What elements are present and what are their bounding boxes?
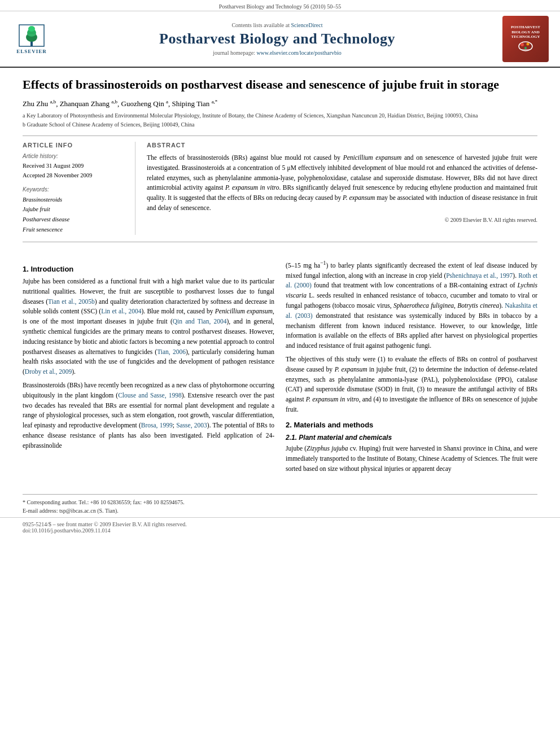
main-body: 1. Introduction Jujube has been consider… [0,259,560,488]
svg-point-8 [527,42,530,45]
ref-lin2004[interactable]: Lin et al., 2004 [101,308,141,314]
badge-top-text: POSTHARVESTBIOLOGY ANDTECHNOLOGY [511,25,540,39]
materials-heading: 2. Materials and methods [286,421,537,429]
footnote-section: * Corresponding author. Tel.: +86 10 628… [23,494,537,515]
ref-psh1997[interactable]: Pshenichnaya et al., 1997 [446,272,513,279]
affiliations: a Key Laboratory of Photosynthesis and E… [23,112,537,129]
authors: Zhu Zhu a,b, Zhanquan Zhang a,b, Guozhen… [23,99,537,108]
abstract-text: The effects of brassinosteroids (BRs) ag… [147,153,537,213]
copyright-line: © 2009 Elsevier B.V. All rights reserved… [147,217,537,223]
keywords-list: Brassinosteroids Jujube fruit Postharves… [23,195,127,235]
elsevier-tree-icon [18,24,45,47]
intro-p1: Jujube has been considered as a function… [23,277,274,377]
keyword-2: Jujube fruit [23,204,127,215]
journal-header: Postharvest Biology and Technology 56 (2… [0,0,560,11]
page-container: Postharvest Biology and Technology 56 (2… [0,0,560,537]
corresponding-text: * Corresponding author. Tel.: +86 10 628… [23,499,185,505]
svg-point-9 [524,47,527,49]
received-date: Received 31 August 2009 [23,161,127,171]
svg-point-7 [520,43,524,46]
divider-1 [23,136,537,136]
ref-droby2009[interactable]: Droby et al., 2009 [25,368,72,375]
intro-heading: 1. Introduction [23,265,274,273]
ref-qin2004[interactable]: Qin and Tian, 2004 [173,318,227,325]
svg-point-3 [28,26,35,32]
ref-clouse1998[interactable]: Clouse and Sasse, 1998 [118,392,182,399]
keyword-3: Postharvest disease [23,215,127,225]
intro-p3: (5–15 mg ha−1) to barley plants signific… [286,259,537,351]
history-label: Article history: [23,153,127,159]
article-content: Effects of brassinosteroids on postharve… [0,68,560,259]
article-info-abstract: ARTICLE INFO Article history: Received 3… [23,142,537,235]
plant-p1: Jujube (Zizyphus jujuba cv. Huping) frui… [286,444,537,474]
homepage-link[interactable]: www.elsevier.com/locate/postharvbio [256,50,341,56]
elsevier-text-label: ELSEVIER [16,49,47,54]
keywords-label: Keywords: [23,186,127,193]
col-right: (5–15 mg ha−1) to barley plants signific… [286,259,537,477]
ref-brosa1999[interactable]: Brosa, 1999 [141,422,173,429]
abstract-label: ABSTRACT [147,142,537,148]
authors-text: Zhu Zhu a,b, Zhanquan Zhang a,b, Guozhen… [23,99,217,108]
contents-line: Contents lists available at ScienceDirec… [60,22,495,28]
keyword-4: Fruit senescence [23,225,127,235]
article-info-col: ARTICLE INFO Article history: Received 3… [23,142,135,235]
banner: ELSEVIER Contents lists available at Sci… [0,11,560,68]
elsevier-logo-area: ELSEVIER [9,24,54,54]
journal-title-banner: Postharvest Biology and Technology [60,30,495,47]
keyword-1: Brassinosteroids [23,195,127,205]
intro-p4: The objectives of this study were (1) to… [286,355,537,415]
elsevier-logo: ELSEVIER [16,24,47,54]
ref-tian2005b[interactable]: Tian et al., 2005b [48,298,95,305]
ref-tian2006[interactable]: Tian, 2006 [157,348,186,355]
sciencedirect-link[interactable]: ScienceDirect [291,22,322,28]
article-title: Effects of brassinosteroids on postharve… [23,77,537,93]
journal-badge-area: POSTHARVESTBIOLOGY ANDTECHNOLOGY [500,16,551,62]
contents-text: Contents lists available at [231,22,289,28]
corresponding-footnote: * Corresponding author. Tel.: +86 10 628… [23,498,537,506]
badge-icon [517,40,535,53]
footer-doi: doi:10.1016/j.postharvbio.2009.11.014 [23,527,537,534]
journal-ref: Postharvest Biology and Technology 56 (2… [219,3,341,10]
journal-homepage: journal homepage: www.elsevier.com/locat… [60,50,495,56]
plant-material-heading: 2.1. Plant material and chemicals [286,434,537,442]
col-left: 1. Introduction Jujube has been consider… [23,259,274,477]
journal-badge: POSTHARVESTBIOLOGY ANDTECHNOLOGY [502,16,549,62]
accepted-date: Accepted 28 November 2009 [23,171,127,181]
abstract-col: ABSTRACT The effects of brassinosteroids… [147,142,537,235]
affiliation-a: a Key Laboratory of Photosynthesis and E… [23,112,537,120]
email-text: E-mail address: tsp@ibcas.ac.cn (S. Tian… [23,508,119,514]
intro-p2: Brassinosteroids (BRs) have recently bee… [23,381,274,451]
divider-2 [23,242,537,242]
article-dates: Received 31 August 2009 Accepted 28 Nove… [23,161,127,181]
affiliation-b: b Graduate School of Chinese Academy of … [23,121,537,129]
email-footnote: E-mail address: tsp@ibcas.ac.cn (S. Tian… [23,506,537,515]
footer-issn: 0925-5214/$ – see front matter © 2009 El… [23,521,537,527]
banner-center: Contents lists available at ScienceDirec… [60,22,495,56]
article-info-label: ARTICLE INFO [23,142,127,148]
footer-bar: 0925-5214/$ – see front matter © 2009 El… [0,517,560,537]
homepage-label: journal homepage: [213,50,255,56]
ref-sasse2003[interactable]: Sasse, 2003 [176,422,207,429]
